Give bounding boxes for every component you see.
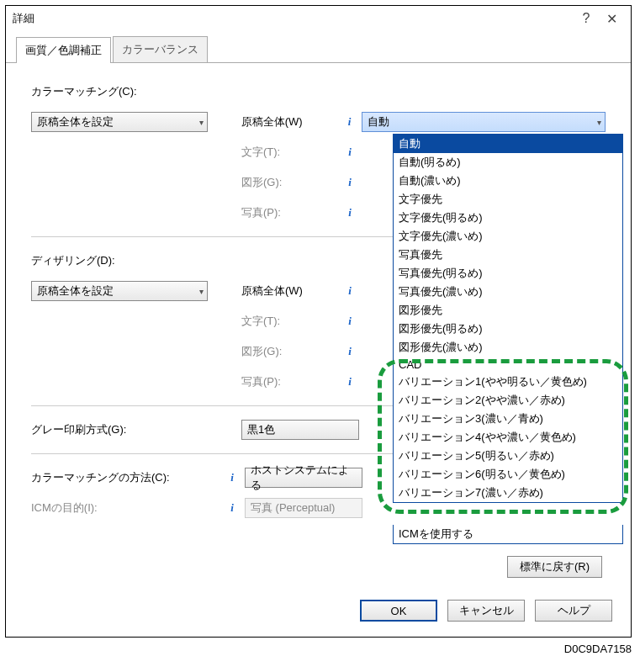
cm-method-combo[interactable]: ホストシステムによる (245, 468, 362, 488)
dropdown-option[interactable]: バリエーション1(やや明るい／黄色め) (394, 373, 622, 391)
dropdown-option[interactable]: 文字優先 (394, 190, 622, 209)
tab-quality[interactable]: 画質／色調補正 (16, 37, 111, 63)
dropdown-option[interactable]: 図形優先(濃いめ) (394, 338, 622, 357)
info-icon[interactable]: i (225, 500, 240, 516)
dithering-combo[interactable]: 原稿全体を設定 ▾ (31, 281, 208, 301)
dropdown-option[interactable]: 図形優先(明るめ) (394, 320, 622, 338)
color-matching-value: 原稿全体を設定 (37, 114, 114, 130)
close-icon[interactable]: ✕ (599, 11, 624, 27)
dropdown-option[interactable]: 自動(明るめ) (394, 153, 622, 172)
ok-button[interactable]: OK (360, 600, 437, 622)
tab-color-balance[interactable]: カラーバランス (113, 36, 208, 62)
info-icon[interactable]: i (342, 283, 357, 299)
dropdown-option[interactable]: 写真優先(明るめ) (394, 264, 622, 283)
cm-method-label: カラーマッチングの方法(C): (31, 470, 225, 485)
info-icon[interactable]: i (225, 470, 240, 485)
graphic-label-1: 図形(G): (241, 175, 342, 190)
dropdown-option[interactable]: バリエーション5(明るい／赤め) (394, 447, 622, 465)
dialog-window: 詳細 ? ✕ 画質／色調補正 カラーバランス カラーマッチング(C): 原稿全体… (5, 5, 632, 638)
dropdown-option[interactable]: 写真優先 (394, 246, 622, 264)
reset-button[interactable]: 標準に戻す(R) (507, 556, 602, 578)
icm-value: 写真 (Perceptual) (251, 500, 335, 516)
graphic-label-2: 図形(G): (241, 344, 342, 359)
help-button[interactable]: ヘルプ (535, 600, 612, 622)
info-icon[interactable]: i (342, 344, 357, 359)
dropdown-option[interactable]: 自動 (394, 135, 622, 153)
dithering-label: ディザリング(D): (31, 253, 166, 268)
dropdown-option[interactable]: CAD (394, 357, 622, 373)
dropdown-tail-option[interactable]: ICMを使用する (393, 525, 623, 544)
info-icon[interactable]: i (342, 175, 357, 190)
color-matching-label: カラーマッチング(C): (31, 84, 166, 99)
whole-doc-value: 自動 (368, 114, 389, 130)
chevron-down-icon: ▾ (199, 287, 204, 296)
dropdown-option[interactable]: バリエーション3(濃い／青め) (394, 410, 622, 428)
dropdown-option[interactable]: 文字優先(濃いめ) (394, 227, 622, 246)
dropdown-option[interactable]: 自動(濃いめ) (394, 172, 622, 190)
help-icon[interactable]: ? (574, 11, 599, 26)
gray-print-label: グレー印刷方式(G): (31, 422, 241, 437)
cancel-button[interactable]: キャンセル (447, 600, 525, 622)
gray-print-value: 黒1色 (247, 422, 275, 437)
chevron-down-icon: ▾ (597, 118, 601, 127)
whole-doc-label-2: 原稿全体(W) (241, 283, 342, 299)
whole-doc-label-1: 原稿全体(W) (241, 114, 342, 130)
titlebar: 詳細 ? ✕ (6, 6, 631, 31)
photo-label-1: 写真(P): (241, 205, 342, 220)
dropdown-option[interactable]: バリエーション7(濃い／赤め) (394, 484, 622, 502)
footer-buttons: OK キャンセル ヘルプ (360, 600, 612, 622)
tab-bar: 画質／色調補正 カラーバランス (6, 36, 631, 63)
cm-method-value: ホストシステムによる (251, 463, 357, 493)
dropdown-option[interactable]: 文字優先(明るめ) (394, 209, 622, 227)
dithering-value: 原稿全体を設定 (37, 283, 114, 299)
dropdown-option[interactable]: 写真優先(濃いめ) (394, 283, 622, 301)
color-matching-combo[interactable]: 原稿全体を設定 ▾ (31, 112, 208, 132)
whole-doc-combo[interactable]: 自動 ▾ (362, 112, 606, 132)
dropdown-option[interactable]: バリエーション2(やや濃い／赤め) (394, 391, 622, 410)
text-label-2: 文字(T): (241, 314, 342, 329)
dialog-title: 詳細 (13, 11, 574, 26)
photo-label-2: 写真(P): (241, 374, 342, 389)
info-icon[interactable]: i (341, 114, 357, 130)
dropdown-option[interactable]: 図形優先 (394, 301, 622, 320)
info-icon[interactable]: i (342, 374, 357, 389)
gray-print-combo[interactable]: 黒1色 (241, 420, 359, 440)
dropdown-option[interactable]: バリエーション6(明るい／黄色め) (394, 465, 622, 484)
info-icon[interactable]: i (342, 145, 357, 160)
chevron-down-icon: ▾ (199, 118, 204, 127)
text-label-1: 文字(T): (241, 145, 342, 160)
icm-label: ICMの目的(I): (31, 500, 225, 516)
info-icon[interactable]: i (342, 205, 357, 220)
image-id-label: D0C9DA7158 (5, 643, 632, 655)
icm-combo: 写真 (Perceptual) (245, 498, 362, 518)
info-icon[interactable]: i (342, 314, 357, 329)
dropdown-option[interactable]: バリエーション4(やや濃い／黄色め) (394, 428, 622, 447)
dropdown-list[interactable]: 自動自動(明るめ)自動(濃いめ)文字優先文字優先(明るめ)文字優先(濃いめ)写真… (393, 134, 623, 503)
